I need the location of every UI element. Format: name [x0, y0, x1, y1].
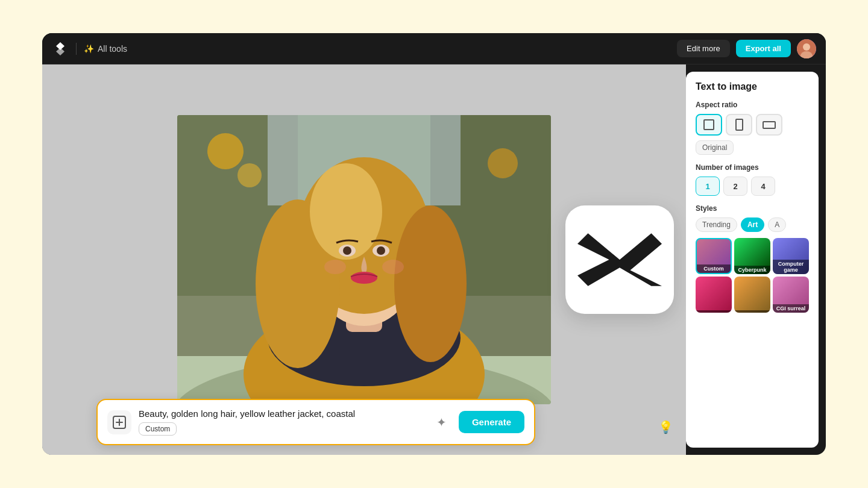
hint-button[interactable]: 💡 — [655, 416, 676, 438]
svg-point-1 — [803, 43, 810, 51]
portrait-icon — [735, 119, 743, 131]
num-4-button[interactable]: 4 — [751, 177, 775, 196]
topbar-divider — [76, 43, 77, 55]
right-panel: Text to image Aspect ratio Original Numb… — [686, 72, 819, 448]
lightbulb-icon: 💡 — [658, 420, 673, 434]
aspect-landscape-button[interactable] — [756, 114, 782, 136]
style-card-custom[interactable]: Custom — [696, 238, 732, 274]
sparkle-icon: ✦ — [436, 415, 447, 430]
tab-more[interactable]: A — [768, 217, 786, 232]
style-cyberpunk-label: Cyberpunk — [734, 266, 770, 274]
sparkle-button[interactable]: ✦ — [431, 411, 453, 433]
styles-tabs: Trending Art A — [696, 217, 809, 232]
original-button[interactable]: Original — [696, 140, 734, 155]
prompt-text-area[interactable]: Beauty, golden long hair, yellow leather… — [139, 408, 424, 436]
style-card-computergame[interactable]: Computer game — [773, 238, 809, 274]
edit-more-button[interactable]: Edit more — [677, 40, 730, 57]
capcut-logo[interactable] — [52, 40, 69, 57]
app-container: ✨ All tools Edit more Export all — [42, 33, 826, 455]
style-card-cgisurreal[interactable]: CGI surreal — [773, 277, 809, 313]
portrait-visual — [177, 115, 551, 404]
canvas-area: Beauty, golden long hair, yellow leather… — [42, 64, 686, 455]
style-4-label — [696, 310, 732, 313]
square-icon — [703, 119, 714, 130]
num-1-button[interactable]: 1 — [696, 177, 720, 196]
style-5-label — [734, 310, 770, 313]
export-all-button[interactable]: Export all — [736, 40, 791, 57]
prompt-bar: Beauty, golden long hair, yellow leather… — [96, 399, 535, 445]
num-2-button[interactable]: 2 — [723, 177, 747, 196]
generated-image[interactable] — [177, 115, 551, 404]
capcut-logo-overlay — [565, 205, 674, 314]
prompt-bar-wrapper: Beauty, golden long hair, yellow leather… — [96, 399, 535, 445]
aspect-portrait-button[interactable] — [726, 114, 752, 136]
svg-point-25 — [488, 148, 518, 178]
aspect-ratio-row — [696, 114, 809, 136]
style-custom-label: Custom — [697, 264, 731, 273]
add-image-button[interactable] — [107, 410, 131, 434]
svg-point-15 — [394, 205, 467, 362]
aspect-ratio-label: Aspect ratio — [696, 101, 809, 109]
num-images-row: 1 2 4 — [696, 177, 809, 196]
svg-point-26 — [237, 163, 262, 187]
prompt-actions: ✦ Generate — [431, 411, 524, 433]
generate-button[interactable]: Generate — [459, 411, 524, 433]
svg-point-20 — [377, 246, 385, 255]
main-content: Beauty, golden long hair, yellow leather… — [42, 64, 826, 455]
svg-point-24 — [207, 133, 244, 169]
style-card-4[interactable] — [696, 277, 732, 313]
styles-grid: Custom Cyberpunk Computer game CGI surre… — [696, 238, 809, 313]
svg-point-23 — [382, 260, 404, 274]
styles-label: Styles — [696, 204, 809, 213]
prompt-tag[interactable]: Custom — [139, 422, 177, 436]
prompt-text: Beauty, golden long hair, yellow leather… — [139, 408, 424, 419]
all-tools-label: All tools — [98, 44, 127, 54]
style-card-5[interactable] — [734, 277, 770, 313]
wand-icon: ✨ — [84, 44, 94, 54]
landscape-icon — [763, 121, 776, 129]
tab-trending[interactable]: Trending — [696, 217, 737, 232]
svg-point-18 — [343, 246, 351, 255]
all-tools-button[interactable]: ✨ All tools — [84, 44, 127, 54]
style-computergame-label: Computer game — [773, 260, 809, 274]
user-avatar[interactable] — [797, 39, 816, 58]
tab-art[interactable]: Art — [741, 217, 764, 232]
topbar-right: Edit more Export all — [677, 39, 816, 58]
style-card-cyberpunk[interactable]: Cyberpunk — [734, 238, 770, 274]
aspect-square-button[interactable] — [696, 114, 722, 136]
style-cgisurreal-label: CGI surreal — [773, 304, 809, 313]
topbar: ✨ All tools Edit more Export all — [42, 33, 826, 64]
panel-title: Text to image — [696, 81, 809, 92]
num-images-label: Number of images — [696, 163, 809, 172]
svg-point-22 — [324, 260, 346, 274]
